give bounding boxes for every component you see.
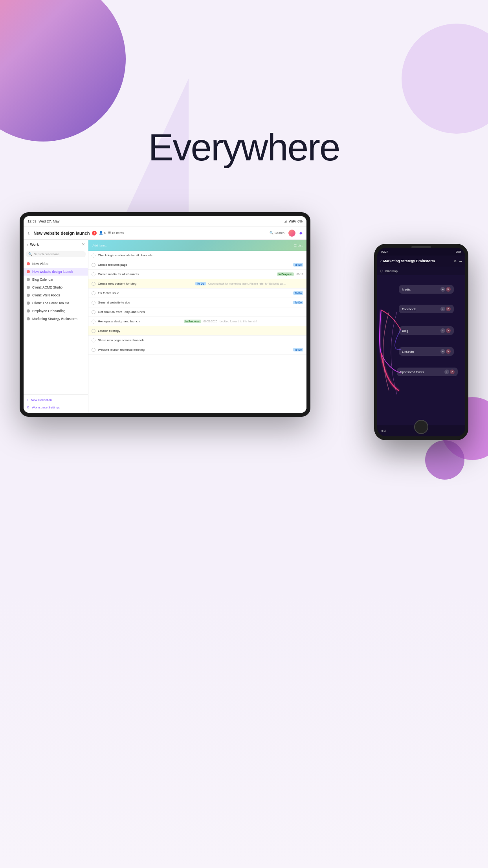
task-checkbox[interactable] (92, 263, 95, 267)
add-child-button[interactable]: + (440, 328, 445, 333)
phone-back-button[interactable]: ‹ (380, 259, 382, 263)
mindmap-node-facebook[interactable]: Facebook + ✕ (399, 305, 454, 313)
sidebar-item-dot (27, 262, 30, 265)
list-icon: ☰ (294, 244, 297, 247)
phone-mindmap: Media + ✕ Facebook + ✕ Blog (377, 275, 465, 425)
app-logo: ◆ (299, 231, 303, 235)
sidebar-item-vgn[interactable]: Client: VGN Foods (24, 291, 88, 299)
sidebar-item-new-website[interactable]: New website design launch (24, 268, 88, 276)
remove-node-button[interactable]: ✕ (446, 328, 451, 333)
mindmap-node-linkedin[interactable]: LinkedIn + ✕ (399, 347, 454, 356)
user-avatar[interactable] (288, 230, 295, 237)
task-checkbox[interactable] (92, 301, 95, 305)
task-badge-todo: To-Do (293, 263, 303, 267)
mindmap-icon: ⬡ (380, 269, 383, 273)
add-item-input[interactable]: Add Item... (92, 244, 108, 247)
tablet-meta: 👤 6 ☰ 16 Items (99, 231, 124, 235)
task-text: Fix footer issue (98, 291, 291, 295)
task-list: Check login credentials for all channels… (88, 251, 306, 413)
phone-count-label: ◉ 2 (381, 429, 386, 432)
hero-title: Everywhere (0, 126, 488, 169)
sidebar-item-dot (27, 270, 30, 273)
task-checkbox[interactable] (92, 348, 95, 352)
search-icon: 🔍 (270, 231, 273, 235)
tablet-statusbar-right: ⊿ WiFi 6% (284, 219, 303, 223)
task-text: Homepage design and launch (98, 320, 182, 323)
tablet-main-header: Add Item... ☰ List (88, 240, 306, 251)
task-row: Get final OK from Tanja and Chris (88, 307, 306, 317)
mindmap-node-label: Facebook (402, 307, 416, 311)
tablet-body: ↑ Work ✕ 🔍 Search collections New Video (24, 240, 306, 413)
add-child-button[interactable]: + (440, 307, 445, 311)
task-text: Create new content for blog (98, 282, 193, 285)
tablet-sidebar: ↑ Work ✕ 🔍 Search collections New Video (24, 240, 88, 413)
task-checkbox[interactable] (92, 254, 95, 257)
sidebar-footer: + New Collection ⚙ Workspace Settings (24, 394, 88, 413)
task-checkbox[interactable] (92, 291, 95, 295)
sidebar-item-dot (27, 294, 30, 297)
task-note: Ongoing task for marketing team. Please … (208, 282, 303, 285)
remove-node-button[interactable]: ✕ (450, 370, 455, 374)
task-checkbox[interactable] (92, 329, 95, 333)
sidebar-item-greattea[interactable]: Client: The Great Tea Co. (24, 299, 88, 307)
mindmap-node-sponsored[interactable]: Sponsored Posts + ✕ (397, 368, 458, 376)
search-button[interactable]: 🔍 Search (270, 231, 284, 235)
task-checkbox[interactable] (92, 310, 95, 314)
sidebar-item-marketing[interactable]: Marketing Strategy Brainstorm (24, 315, 88, 323)
tablet-title-area: New website design launch ! 👤 6 ☰ 16 Ite… (33, 231, 265, 235)
sidebar-item-acme[interactable]: Client: ACME Studio (24, 283, 88, 291)
settings-icon: ⚙ (27, 406, 29, 409)
tablet-items-count: ☰ 16 Items (108, 231, 124, 235)
add-child-button[interactable]: + (444, 370, 449, 374)
mindmap-node-actions: + ✕ (440, 307, 451, 311)
task-row: Launch strategy (88, 326, 306, 336)
sidebar-item-onboarding[interactable]: Employee Onboarding (24, 307, 88, 315)
phone-mode-label: Mindmap (385, 269, 398, 273)
phone-home-button[interactable] (414, 420, 428, 434)
mindmap-node-blog[interactable]: Blog + ✕ (399, 326, 454, 335)
task-badge-todo: To-Do (293, 301, 303, 304)
workspace-settings-button[interactable]: ⚙ Workspace Settings (24, 404, 88, 411)
task-badge-todo: To-Do (195, 282, 205, 285)
tablet-battery: 6% (297, 219, 303, 223)
new-collection-button[interactable]: + New Collection (24, 396, 88, 404)
tablet-time: 12:39 (28, 219, 37, 223)
phone-topbar: ‹ Marketing Strategy Brainstorm ⚙ ••• (377, 256, 465, 267)
remove-node-button[interactable]: ✕ (446, 307, 451, 311)
phone-screen: 09:27 35% ‹ Marketing Strategy Brainstor… (377, 248, 465, 436)
share-icon[interactable]: ⚙ (454, 259, 457, 263)
more-icon[interactable]: ••• (459, 259, 462, 263)
task-row: Create media for all channels In Progres… (88, 270, 306, 279)
task-badge-inprogress: In Progress (277, 272, 294, 276)
remove-node-button[interactable]: ✕ (446, 349, 451, 354)
task-row: Homepage design and launch In Progress 0… (88, 317, 306, 326)
list-toggle-button[interactable]: ☰ List (294, 244, 303, 247)
sidebar-item-new-video[interactable]: New Video (24, 260, 88, 268)
task-checkbox[interactable] (92, 282, 95, 286)
mindmap-node-actions: + ✕ (444, 370, 455, 374)
add-child-button[interactable]: + (440, 349, 445, 354)
task-badge-todo: To-Do (293, 348, 303, 351)
add-child-button[interactable]: + (440, 287, 445, 292)
task-badge-todo: To-Do (293, 291, 303, 295)
phone-mode-bar: ⬡ Mindmap (377, 267, 465, 275)
task-checkbox[interactable] (92, 338, 95, 342)
task-date: 06/17 (296, 273, 303, 276)
phone-battery: 35% (456, 250, 461, 253)
mindmap-node-media[interactable]: Media + ✕ (399, 285, 454, 294)
task-row: General website to-dos To-Do (88, 298, 306, 307)
bottom-section (0, 593, 488, 868)
tablet-tasks-count: 👤 6 (99, 231, 106, 235)
back-button[interactable]: ‹ (28, 230, 29, 237)
sidebar-item-blog-calendar[interactable]: Blog Calendar (24, 276, 88, 283)
task-row: Create new content for blog To-Do Ongoin… (88, 279, 306, 289)
task-checkbox[interactable] (92, 320, 95, 324)
task-row: Share new page across channels (88, 336, 306, 345)
tablet-project-title: New website design launch (33, 231, 90, 235)
sidebar-item-label: Client: ACME Studio (32, 285, 62, 289)
task-checkbox[interactable] (92, 272, 95, 276)
remove-node-button[interactable]: ✕ (446, 287, 451, 292)
plus-icon: + (27, 398, 29, 402)
sidebar-search[interactable]: 🔍 Search collections (26, 251, 86, 257)
sidebar-close-button[interactable]: ✕ (82, 242, 85, 246)
